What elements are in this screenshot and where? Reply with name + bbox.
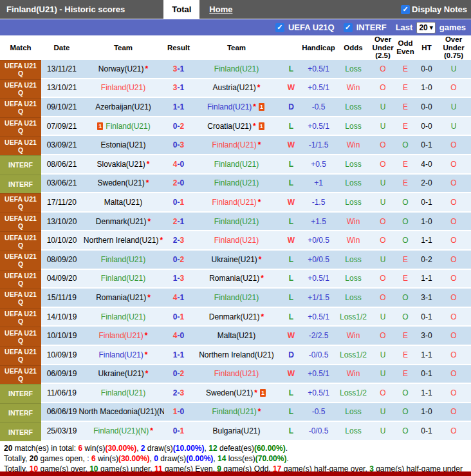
odd-even-value: E (394, 155, 417, 175)
table-row: INTERF 03/06/21 Sweden(U21)* 2-0 Finland… (0, 175, 471, 194)
team-name: Finland(U21) (101, 83, 145, 92)
over-under-075-value: U (436, 60, 471, 79)
home-goals: 2 (173, 388, 178, 397)
ht-score: 0-0 (417, 60, 436, 79)
match-date: 10/10/19 (41, 327, 82, 346)
table-body: UEFA U21 Q 13/11/21 Norway(U21)* 3-1 Fin… (0, 60, 471, 441)
handicap-result: Loss (335, 251, 372, 270)
summary-segment: (30.00%) (105, 444, 136, 453)
over-under-25-value: U (372, 422, 394, 441)
table-row: UEFA U21 Q 10/10/20 Northern Ireland(U21… (0, 231, 471, 251)
team-name: Azerbaijan(U21) (95, 102, 151, 111)
team-name: Denmark(U21) (96, 217, 147, 226)
handicap-result: Win (335, 231, 372, 251)
handicap-result: Win (335, 136, 372, 155)
handicap-result: Loss (335, 403, 372, 423)
last-games-select[interactable]: 20 ▾ (416, 22, 435, 33)
table-row: UEFA U21 Q 07/09/21 1Finland(U21) 0-2 Cr… (0, 117, 471, 137)
column-header-ht: HT (417, 35, 436, 60)
away-goals: 3 (180, 140, 185, 149)
summary-segment: 12 (208, 444, 217, 453)
table-row: INTERF 06/06/19 North Macedonia(U21)(N) … (0, 403, 471, 423)
match-date: 15/11/19 (41, 289, 82, 308)
match-date: 07/09/21 (41, 117, 82, 137)
table-row: UEFA U21 Q 03/09/21 Estonia(U21) 0-3 Fin… (0, 136, 471, 155)
home-goals: 0 (173, 426, 178, 435)
handicap-value: +0.5/1 (302, 384, 335, 403)
odd-even-value: E (394, 251, 417, 270)
match-date: 09/10/21 (41, 98, 82, 117)
league-badge: INTERF (0, 384, 41, 403)
ht-score: 0-1 (417, 365, 436, 385)
over-under-075-value: U (436, 98, 471, 117)
odd-even-value: O (394, 384, 417, 403)
score: 1-0 (164, 403, 193, 423)
score: 1-3 (164, 270, 193, 289)
score: 0-2 (164, 117, 193, 137)
home-goals: 3 (173, 83, 178, 92)
over-under-25-value: O (372, 136, 394, 155)
interf-checkbox[interactable]: ✓ (344, 23, 353, 32)
team-name: Finland(U21) (214, 64, 259, 73)
handicap-value: +0/0.5 (302, 251, 335, 270)
team-name: Finland(U21) (98, 350, 143, 359)
over-under-25-value: O (372, 289, 394, 308)
summary-segment: draw(s) (145, 444, 173, 453)
away-team: Finland(U21) (193, 365, 280, 385)
home-goals: 0 (173, 198, 178, 207)
star-marker: * (253, 102, 256, 111)
league-badge: UEFA U21 Q (0, 289, 41, 308)
match-date: 13/10/21 (41, 79, 82, 99)
display-notes-toggle[interactable]: ✓ Display Notes (401, 0, 471, 19)
ht-score: 0-0 (417, 117, 436, 137)
match-date: 08/09/20 (41, 251, 82, 270)
score: 0-3 (164, 136, 193, 155)
uefa-u21q-checkbox[interactable]: ✓ (275, 23, 284, 32)
odd-even-value: E (394, 346, 417, 365)
team-name: Croatia(U21) (207, 122, 252, 131)
match-date: 06/06/19 (41, 403, 82, 423)
ht-score: 4-0 (417, 155, 436, 175)
red-card-icon: 1 (259, 103, 264, 111)
star-marker: * (146, 178, 149, 187)
summary-segment: 20 (4, 444, 12, 453)
check-icon: ✓ (277, 23, 282, 32)
last-games-value: 20 (419, 23, 427, 32)
handicap-result: Win (335, 213, 372, 232)
home-team: Romania(U21)* (82, 289, 164, 308)
league-badge: UEFA U21 Q (0, 79, 41, 99)
summary-segment: 6 (91, 454, 96, 463)
check-icon: ✓ (402, 5, 408, 14)
over-under-075-value: O (436, 79, 471, 99)
score: 4-0 (164, 155, 193, 175)
handicap-result: Win (335, 327, 372, 346)
team-name: Malta(U21) (104, 198, 142, 207)
odd-even-value: O (394, 289, 417, 308)
home-team: Ukraine(U21)* (82, 365, 164, 385)
ht-score: 1-1 (417, 384, 436, 403)
result-letter: W (280, 193, 302, 213)
star-marker: * (261, 312, 264, 321)
league-badge: INTERF (0, 422, 41, 441)
tab-total[interactable]: Total (163, 0, 199, 19)
column-header-team-away: Team (193, 35, 280, 60)
away-team: Finland(U21)* (193, 193, 280, 213)
away-team: Finland(U21) (193, 231, 280, 251)
score: 1-1 (164, 346, 193, 365)
away-team: Finland(U21) (193, 175, 280, 194)
summary-segment: win(s) (82, 444, 105, 453)
display-notes-checkbox[interactable]: ✓ (401, 5, 410, 14)
handicap-value: +0.5/1 (302, 117, 335, 137)
home-goals: 1 (173, 350, 178, 359)
away-goals: 1 (180, 426, 185, 435)
team-name: Finland(U21) (214, 369, 259, 378)
away-team: Denmark(U21)* (193, 308, 280, 327)
check-icon: ✓ (345, 23, 351, 32)
away-team: Finland(U21) (193, 289, 280, 308)
away-team: Sweden(U21)*1 (193, 384, 280, 403)
ht-score: 0-1 (417, 193, 436, 213)
over-under-25-value: U (372, 175, 394, 194)
summary-segment: (0.00%) (186, 454, 213, 463)
tab-home[interactable]: Home (201, 0, 241, 19)
team-name: Ukraine(U21) (98, 369, 143, 378)
